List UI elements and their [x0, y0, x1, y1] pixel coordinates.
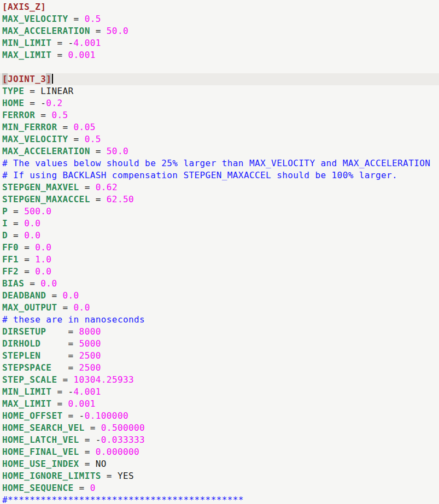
- syntax-segment-key: DIRHOLD: [2, 338, 40, 349]
- syntax-segment-key: HOME_OFFSET: [2, 411, 62, 421]
- code-line[interactable]: DIRHOLD = 5000: [0, 338, 439, 350]
- code-line[interactable]: MAX_ACCELERATION = 50.0: [0, 25, 439, 37]
- syntax-segment-num: 0.0: [24, 230, 40, 241]
- syntax-segment-key: MIN_FERROR: [2, 122, 57, 132]
- syntax-segment-num: 50.0: [107, 26, 128, 36]
- syntax-segment-op: =: [74, 483, 90, 493]
- syntax-segment-num: 0.0: [35, 242, 51, 253]
- code-line[interactable]: MIN_FERROR = 0.05: [0, 121, 439, 133]
- syntax-segment-op: =: [8, 206, 24, 216]
- matched-bracket: [: [2, 74, 8, 84]
- syntax-segment-num: 0.5: [85, 134, 101, 144]
- syntax-segment-str: YES: [118, 471, 134, 481]
- code-line[interactable]: [AXIS_Z]: [0, 1, 439, 13]
- syntax-segment-key: BIAS: [2, 278, 24, 289]
- syntax-segment-key: MAX_LIMIT: [2, 50, 51, 60]
- syntax-segment-op: =: [8, 230, 24, 241]
- syntax-segment-op: =: [19, 242, 35, 253]
- syntax-segment-key: FERROR: [2, 110, 35, 120]
- syntax-segment-key: HOME_LATCH_VEL: [2, 435, 79, 445]
- syntax-segment-num: 2500: [79, 362, 101, 373]
- syntax-segment-num: 4.001: [74, 38, 101, 48]
- code-line[interactable]: HOME_SEQUENCE = 0: [0, 482, 439, 494]
- syntax-segment-num: 0.5: [85, 14, 101, 24]
- current-code-line[interactable]: [JOINT_3]: [0, 73, 439, 85]
- code-line[interactable]: HOME_IGNORE_LIMITS = YES: [0, 470, 439, 482]
- syntax-segment-key: STEP_SCALE: [2, 374, 57, 385]
- code-line[interactable]: # If using BACKLASH compensation STEPGEN…: [0, 169, 439, 181]
- syntax-segment-op: =: [57, 122, 73, 132]
- code-line[interactable]: FERROR = 0.5: [0, 109, 439, 121]
- syntax-segment-key: P: [2, 206, 8, 216]
- code-line[interactable]: DEADBAND = 0.0: [0, 290, 439, 302]
- code-line[interactable]: STEP_SCALE = 10304.25933: [0, 374, 439, 386]
- syntax-segment-op: =: [19, 254, 35, 265]
- syntax-segment-key: MIN_LIMIT: [2, 38, 51, 48]
- code-line[interactable]: MAX_LIMIT = 0.001: [0, 398, 439, 410]
- syntax-segment-key: MIN_LIMIT: [2, 386, 51, 397]
- syntax-segment-key: STEPSPACE: [2, 362, 51, 373]
- code-line[interactable]: HOME_FINAL_VEL = 0.000000: [0, 446, 439, 458]
- code-line[interactable]: STEPGEN_MAXACCEL = 62.50: [0, 194, 439, 206]
- syntax-segment-num: 0.0: [74, 302, 90, 313]
- syntax-segment-op: =: [68, 134, 85, 144]
- syntax-segment-op: =: [90, 146, 107, 156]
- code-line[interactable]: HOME_SEARCH_VEL = 0.500000: [0, 422, 439, 434]
- syntax-segment-num: 0.62: [96, 182, 118, 192]
- code-line[interactable]: HOME_LATCH_VEL = -0.033333: [0, 434, 439, 446]
- syntax-segment-op: =: [51, 398, 68, 409]
- code-line[interactable]: MAX_ACCELERATION = 50.0: [0, 145, 439, 157]
- code-line[interactable]: MAX_OUTPUT = 0.0: [0, 302, 439, 314]
- syntax-segment-num: 2500: [79, 350, 101, 361]
- syntax-segment-num: 0.500000: [101, 423, 145, 433]
- syntax-segment-key: FF2: [2, 266, 19, 277]
- syntax-segment-op: = -: [79, 435, 101, 445]
- syntax-segment-op: = -: [51, 38, 73, 48]
- code-line[interactable]: MIN_LIMIT = -4.001: [0, 386, 439, 398]
- code-line[interactable]: MAX_VELOCITY = 0.5: [0, 13, 439, 25]
- text-cursor: [52, 74, 53, 84]
- syntax-segment-key: HOME_IGNORE_LIMITS: [2, 471, 101, 481]
- code-line[interactable]: TYPE = LINEAR: [0, 85, 439, 97]
- code-line[interactable]: MAX_VELOCITY = 0.5: [0, 133, 439, 145]
- code-line[interactable]: MIN_LIMIT = -4.001: [0, 37, 439, 49]
- syntax-segment-op: =: [79, 459, 96, 469]
- code-line[interactable]: FF2 = 0.0: [0, 266, 439, 278]
- code-line[interactable]: # these are in nanoseconds: [0, 314, 439, 326]
- code-line[interactable]: DIRSETUP = 8000: [0, 326, 439, 338]
- syntax-segment-op: =: [40, 350, 79, 361]
- matched-bracket: ]: [46, 74, 51, 84]
- syntax-segment-op: =: [57, 302, 73, 313]
- syntax-segment-key: HOME_SEARCH_VEL: [2, 423, 85, 433]
- code-line[interactable]: # The values below should be 25% larger …: [0, 157, 439, 169]
- code-line[interactable]: HOME_USE_INDEX = NO: [0, 458, 439, 470]
- syntax-segment-num: 4.001: [74, 386, 101, 397]
- syntax-segment-num: 5000: [79, 338, 101, 349]
- syntax-segment-key: STEPGEN_MAXACCEL: [2, 194, 90, 204]
- code-line[interactable]: I = 0.0: [0, 218, 439, 230]
- code-line[interactable]: MAX_LIMIT = 0.001: [0, 49, 439, 61]
- code-line[interactable]: HOME = -0.2: [0, 97, 439, 109]
- code-line[interactable]: P = 500.0: [0, 206, 439, 218]
- syntax-segment-num: 1.0: [35, 254, 51, 265]
- syntax-segment-op: = -: [62, 411, 84, 421]
- syntax-segment-comment: # If using BACKLASH compensation STEPGEN…: [2, 170, 397, 180]
- code-line[interactable]: D = 0.0: [0, 230, 439, 242]
- ini-file-text-editor[interactable]: [AXIS_Z]MAX_VELOCITY = 0.5MAX_ACCELERATI…: [0, 0, 439, 504]
- syntax-segment-section: [AXIS_Z]: [2, 2, 46, 12]
- code-line[interactable]: FF0 = 0.0: [0, 242, 439, 254]
- code-line[interactable]: FF1 = 1.0: [0, 254, 439, 266]
- syntax-segment-op: =: [24, 86, 40, 96]
- syntax-segment-key: MAX_LIMIT: [2, 398, 51, 409]
- code-line[interactable]: STEPGEN_MAXVEL = 0.62: [0, 181, 439, 194]
- syntax-segment-num: 10304.25933: [74, 374, 134, 385]
- code-line[interactable]: HOME_OFFSET = -0.100000: [0, 410, 439, 422]
- syntax-segment-op: =: [51, 50, 68, 60]
- code-line[interactable]: [0, 61, 439, 73]
- syntax-segment-op: =: [19, 266, 35, 277]
- syntax-segment-key: D: [2, 230, 8, 241]
- code-line[interactable]: BIAS = 0.0: [0, 278, 439, 290]
- code-line[interactable]: STEPSPACE = 2500: [0, 362, 439, 374]
- code-line[interactable]: STEPLEN = 2500: [0, 350, 439, 362]
- code-line[interactable]: #***************************************…: [0, 494, 439, 504]
